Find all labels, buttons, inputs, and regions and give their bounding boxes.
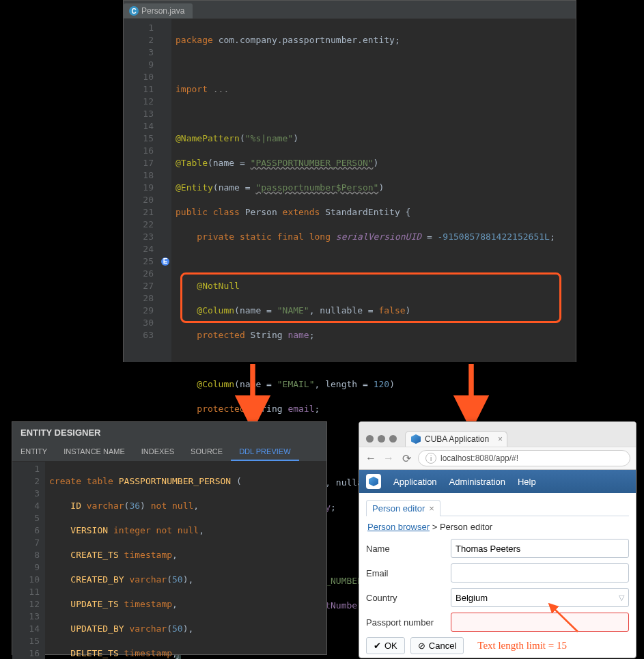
app-tab-person-editor[interactable]: Person editor × (366, 500, 440, 516)
reload-icon[interactable]: ⟳ (400, 452, 412, 465)
window-controls[interactable] (363, 435, 401, 447)
minimize-icon[interactable] (378, 435, 385, 443)
ide-gutter: 1 2 3 9 10 11 12 13 14 15 16 17 18 19 20… (124, 19, 159, 362)
arrow-right-icon (444, 362, 499, 423)
browser-toolbar: ← → ⟳ i localhost:8080/app/#! (359, 447, 636, 469)
browser-tab[interactable]: CUBA Application × (405, 431, 507, 447)
app-menubar: Application Administration Help (359, 470, 636, 493)
app-logo-icon[interactable] (366, 474, 381, 489)
input-name[interactable] (451, 539, 629, 558)
ide-editor-panel: C Person.java 1 2 3 9 10 11 12 13 14 15 … (123, 0, 576, 362)
cuba-favicon-icon (411, 434, 421, 444)
java-class-icon: C (129, 6, 139, 16)
browser-window: CUBA Application × ← → ⟳ i localhost:808… (359, 421, 636, 658)
url-bar[interactable]: i localhost:8080/app/#! (418, 450, 630, 466)
maximize-icon[interactable] (389, 435, 397, 443)
tab-ddl-preview[interactable]: DDL PREVIEW (231, 443, 298, 461)
file-tab-person-java[interactable]: C Person.java (124, 3, 193, 18)
menu-help[interactable]: Help (518, 477, 536, 487)
tab-source[interactable]: SOURCE (182, 443, 231, 461)
back-icon[interactable]: ← (365, 452, 377, 464)
sql-code-area[interactable]: create table PASSPORTNUMBER_PERSON ( ID … (45, 462, 326, 659)
url-text: localhost:8080/app/#! (440, 453, 518, 463)
breadcrumb-current: Person editor (440, 522, 492, 532)
menu-administration[interactable]: Administration (449, 477, 505, 487)
app-tab-label: Person editor (372, 503, 425, 514)
ide-tabbar: C Person.java (124, 1, 576, 19)
ok-button[interactable]: ✔ OK (366, 637, 405, 654)
chevron-down-icon: ▽ (619, 593, 624, 602)
designer-tabs: ENTITY INSTANCE NAME INDEXES SOURCE DDL … (12, 443, 326, 462)
input-email[interactable] (451, 563, 629, 583)
browser-chrome: CUBA Application × ← → ⟳ i localhost:808… (359, 422, 636, 470)
breadcrumb: Person browser > Person editor (367, 522, 629, 532)
tab-indexes[interactable]: INDEXES (133, 443, 182, 461)
ide-marker-column: E (159, 19, 171, 362)
ide-code-area[interactable]: package com.company.passportnumber.entit… (171, 19, 576, 362)
forward-icon[interactable]: → (382, 452, 395, 464)
entity-designer-panel: ENTITY DESIGNER ENTITY INSTANCE NAME IND… (12, 421, 327, 655)
cancel-button[interactable]: ⊘ Cancel (410, 637, 464, 654)
label-name: Name (366, 544, 447, 554)
app-tab-close-icon[interactable]: × (429, 503, 434, 514)
tab-instance-name[interactable]: INSTANCE NAME (55, 443, 133, 461)
label-country: Country (366, 593, 447, 603)
annotation-text: Text length limit = 15 (477, 640, 567, 651)
sql-gutter: 12 34 56 78 910 1112 1314 1516 17 (12, 462, 45, 659)
info-icon[interactable]: i (425, 453, 436, 464)
input-passport-number[interactable] (451, 613, 629, 632)
check-icon: ✔ (374, 641, 381, 651)
breadcrumb-link[interactable]: Person browser (367, 522, 430, 532)
arrow-left-icon (225, 362, 280, 423)
tab-close-icon[interactable]: × (498, 434, 503, 444)
app-body: Person editor × Person browser > Person … (359, 493, 636, 658)
select-country-value: Belgium (456, 593, 488, 603)
entity-badge-icon: E (161, 257, 169, 266)
select-country[interactable]: Belgium ▽ (451, 588, 629, 607)
label-email: Email (366, 568, 447, 578)
cancel-icon: ⊘ (418, 641, 425, 651)
tab-entity[interactable]: ENTITY (12, 443, 55, 461)
ide-editor[interactable]: 1 2 3 9 10 11 12 13 14 15 16 17 18 19 20… (124, 19, 576, 362)
panel-title: ENTITY DESIGNER (12, 422, 326, 443)
browser-tab-title: CUBA Application (425, 434, 489, 444)
file-tab-label: Person.java (141, 6, 184, 16)
ddl-editor[interactable]: 12 34 56 78 910 1112 1314 1516 17 create… (12, 462, 326, 659)
menu-application[interactable]: Application (393, 477, 437, 487)
close-icon[interactable] (366, 435, 374, 443)
label-passport: Passport number (366, 617, 447, 628)
